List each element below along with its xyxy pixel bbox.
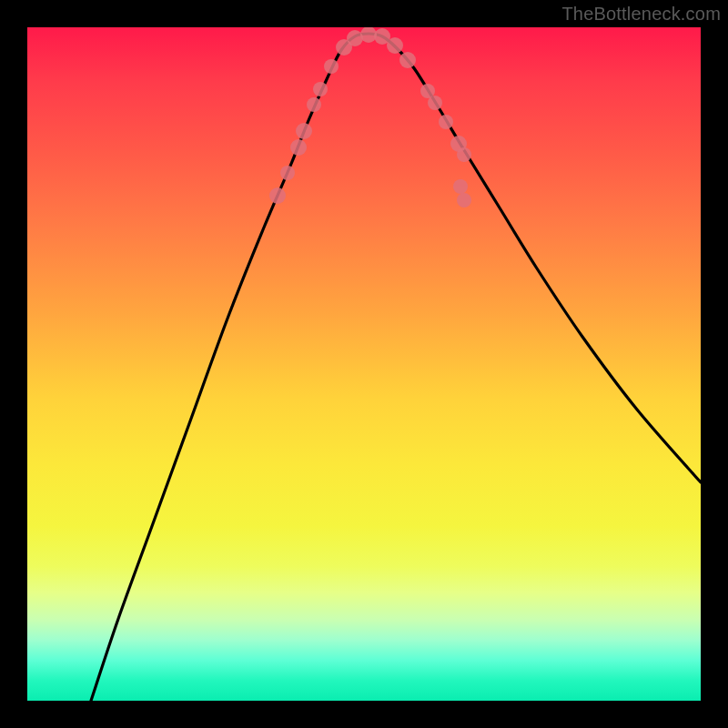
highlight-dot [457,147,471,162]
highlight-dot [280,166,295,180]
highlight-dot [428,96,442,110]
highlight-dot [387,37,403,54]
highlight-dot [296,123,312,139]
chart-frame: TheBottleneck.com [0,0,728,728]
highlight-dot [457,193,471,207]
highlight-dot [439,115,453,129]
plot-area [27,27,701,701]
highlight-dot [290,139,307,156]
highlight-dot [324,59,339,74]
curve-layer [27,27,701,701]
watermark-text: TheBottleneck.com [561,4,721,25]
bottleneck-curve [91,34,701,701]
highlight-dot [399,52,416,68]
highlight-dot [269,187,286,204]
highlight-dots [269,27,471,207]
highlight-dot [313,82,328,96]
highlight-dot [453,179,468,194]
highlight-dot [307,97,321,112]
